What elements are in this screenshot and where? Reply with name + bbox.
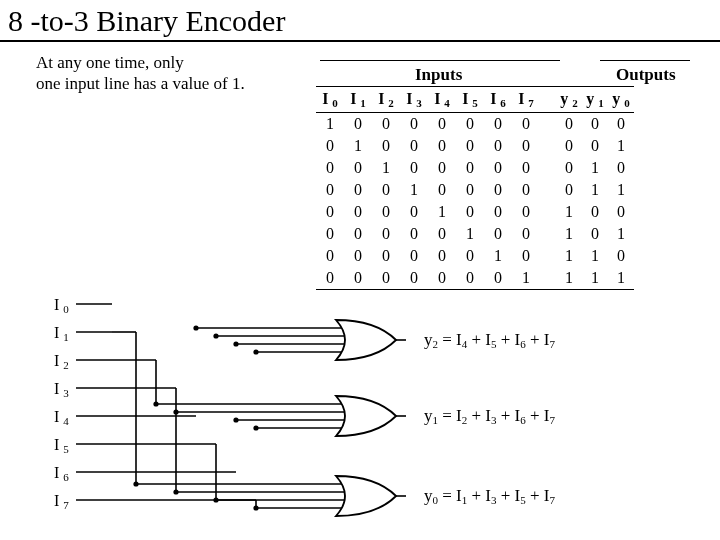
table-row: 10000000000 <box>316 113 634 136</box>
inputs-label: Inputs <box>415 65 462 85</box>
eq-y2: y2 = I4 + I5 + I6 + I7 <box>424 330 555 350</box>
pin-I6: I 6 <box>54 464 69 483</box>
col-I6: I 6 <box>484 87 512 113</box>
circuit-svg <box>76 296 416 532</box>
eq-y1: y1 = I2 + I3 + I6 + I7 <box>424 406 555 426</box>
page-title: 8 -to-3 Binary Encoder <box>0 0 720 42</box>
pin-I4: I 4 <box>54 408 69 427</box>
pin-I5: I 5 <box>54 436 69 455</box>
col-I3: I 3 <box>400 87 428 113</box>
col-I1: I 1 <box>344 87 372 113</box>
table-row: 00000100101 <box>316 223 634 245</box>
col-y1: y 1 <box>582 87 608 113</box>
col-I5: I 5 <box>456 87 484 113</box>
pin-I7: I 7 <box>54 492 69 511</box>
subtitle-line2: one input line has a value of 1. <box>36 74 245 93</box>
table-row: 00001000100 <box>316 201 634 223</box>
table-row: 01000000001 <box>316 135 634 157</box>
pin-I1: I 1 <box>54 324 69 343</box>
pin-I3: I 3 <box>54 380 69 399</box>
pin-I2: I 2 <box>54 352 69 371</box>
subtitle: At any one time, only one input line has… <box>36 52 296 95</box>
table-row: 00000010110 <box>316 245 634 267</box>
col-I2: I 2 <box>372 87 400 113</box>
col-y0: y 0 <box>608 87 634 113</box>
circuit-diagram: I 0I 1I 2I 3I 4I 5I 6I 7 y2 = I4 + I5 + … <box>54 296 684 536</box>
outputs-label: Outputs <box>616 65 676 85</box>
col-I4: I 4 <box>428 87 456 113</box>
col-y2: y 2 <box>556 87 582 113</box>
col-I0: I 0 <box>316 87 344 113</box>
eq-y0: y0 = I1 + I3 + I5 + I7 <box>424 486 555 506</box>
truth-table: I 0I 1I 2I 3I 4I 5I 6I 7y 2y 1y 0 100000… <box>316 86 634 290</box>
table-row: 00010000011 <box>316 179 634 201</box>
subtitle-line1: At any one time, only <box>36 53 184 72</box>
table-row: 00100000010 <box>316 157 634 179</box>
col-I7: I 7 <box>512 87 540 113</box>
pin-I0: I 0 <box>54 296 69 315</box>
table-row: 00000001111 <box>316 267 634 290</box>
